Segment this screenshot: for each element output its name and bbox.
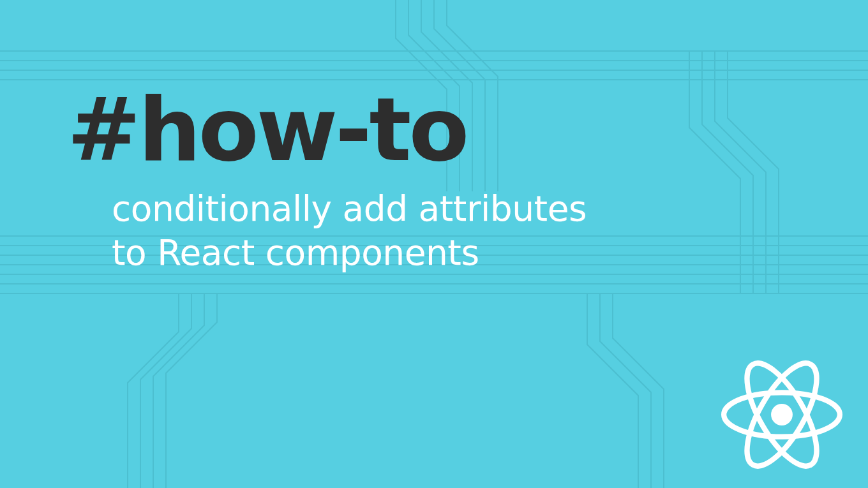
subtitle: conditionally add attributes to React co…: [112, 187, 587, 275]
howto-banner: #how-to conditionally add attributes to …: [0, 0, 868, 488]
hashtag-heading: #how-to: [67, 86, 587, 174]
svg-point-0: [771, 404, 793, 425]
subtitle-line-1: conditionally add attributes: [112, 187, 587, 231]
subtitle-line-2: to React components: [112, 231, 587, 275]
react-logo-icon: [721, 360, 842, 469]
banner-content: #how-to conditionally add attributes to …: [67, 86, 587, 275]
